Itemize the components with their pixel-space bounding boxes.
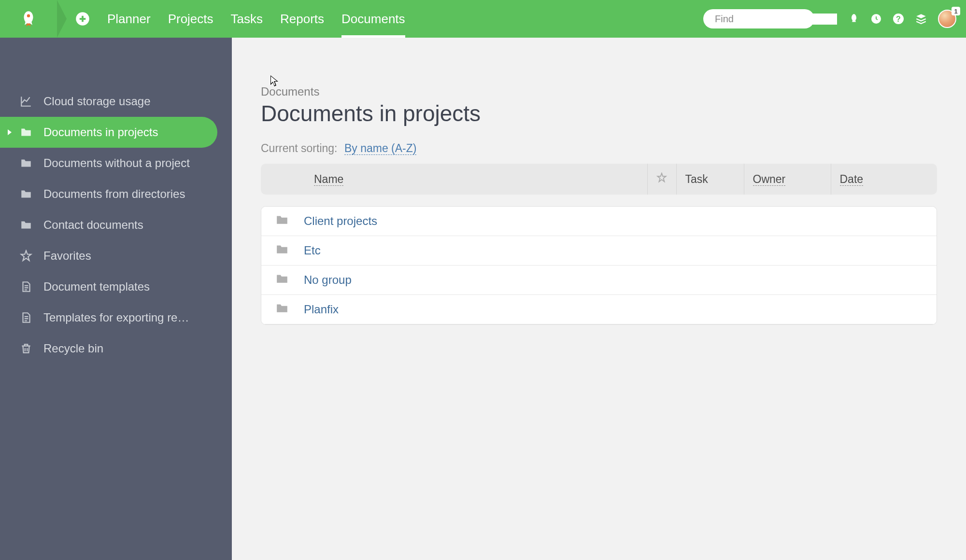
search-box[interactable] (703, 9, 814, 28)
nav-tab-documents[interactable]: Documents (341, 0, 405, 38)
trash-icon (19, 342, 33, 355)
menu-button[interactable] (825, 13, 838, 25)
folder-icon (276, 303, 288, 313)
add-button[interactable] (75, 12, 90, 26)
clock-button[interactable] (870, 13, 882, 25)
document-icon (19, 280, 33, 294)
sidebar-item-favorites[interactable]: Favorites (0, 240, 232, 271)
main-content: Documents Documents in projects Current … (232, 38, 966, 560)
document-icon (19, 311, 33, 324)
layers-icon (915, 13, 927, 25)
sidebar-item-contact-documents[interactable]: Contact documents (0, 210, 232, 240)
sidebar-label: Document templates (43, 280, 150, 294)
folder-icon (19, 187, 33, 201)
topbar-actions: ? 1 (825, 10, 956, 28)
sort-row: Current sorting: By name (A-Z) (261, 142, 937, 155)
layers-button[interactable] (915, 13, 927, 25)
column-owner[interactable]: Owner (744, 164, 831, 195)
documents-table-body: Client projects Etc No group (261, 207, 937, 324)
column-date[interactable]: Date (831, 164, 937, 195)
star-icon (19, 249, 33, 263)
folder-icon (19, 156, 33, 170)
topbar: Planner Projects Tasks Reports Documents… (0, 0, 966, 38)
sidebar-label: Documents in projects (43, 126, 158, 139)
row-name[interactable]: Client projects (297, 207, 937, 236)
logo[interactable] (0, 0, 57, 38)
column-name[interactable]: Name (261, 164, 647, 195)
documents-table: Name Task Owner Date (261, 164, 937, 195)
folder-icon (19, 218, 33, 232)
nav-tab-reports[interactable]: Reports (280, 0, 324, 38)
sort-value[interactable]: By name (A-Z) (344, 142, 417, 155)
clock-icon (870, 13, 882, 25)
sidebar-item-documents-from-directories[interactable]: Documents from directories (0, 179, 232, 210)
row-name[interactable]: Planfix (297, 295, 937, 324)
help-button[interactable]: ? (893, 13, 904, 25)
avatar[interactable]: 1 (938, 10, 956, 28)
folder-icon (276, 214, 288, 225)
row-name[interactable]: No group (297, 266, 937, 295)
search-input[interactable] (715, 14, 837, 25)
table-row[interactable]: Client projects (261, 207, 937, 236)
folder-icon (19, 126, 33, 139)
sort-label: Current sorting: (261, 142, 338, 154)
row-name[interactable]: Etc (297, 236, 937, 266)
sidebar-label: Contact documents (43, 218, 143, 232)
svg-text:?: ? (896, 15, 901, 23)
sidebar-item-documents-in-projects[interactable]: Documents in projects (0, 117, 217, 148)
sidebar-item-document-templates[interactable]: Document templates (0, 271, 232, 302)
nav-tab-planner[interactable]: Planner (107, 0, 151, 38)
sidebar-label: Documents without a project (43, 156, 190, 170)
avatar-badge: 1 (952, 7, 960, 15)
column-task[interactable]: Task (676, 164, 744, 195)
sidebar-item-export-templates[interactable]: Templates for exporting re… (0, 302, 232, 333)
sidebar-label: Cloud storage usage (43, 95, 150, 108)
folder-icon (276, 244, 288, 254)
rocket-icon (19, 10, 38, 28)
nav-tab-projects[interactable]: Projects (168, 0, 213, 38)
table-row[interactable]: Planfix (261, 295, 937, 324)
sidebar-item-recycle-bin[interactable]: Recycle bin (0, 333, 232, 364)
star-icon (656, 172, 667, 183)
column-star[interactable] (647, 164, 676, 195)
nav-tab-tasks[interactable]: Tasks (231, 0, 263, 38)
table-row[interactable]: No group (261, 266, 937, 295)
chart-icon (19, 95, 33, 108)
sidebar-item-cloud-storage[interactable]: Cloud storage usage (0, 86, 232, 117)
help-icon: ? (893, 13, 904, 25)
sidebar-label: Templates for exporting re… (43, 311, 189, 324)
sidebar: Cloud storage usage Documents in project… (0, 38, 232, 560)
table-row[interactable]: Etc (261, 236, 937, 266)
plus-circle-icon (75, 12, 90, 26)
sidebar-label: Documents from directories (43, 187, 185, 201)
rocket-small-icon (848, 13, 860, 25)
nav-tabs: Planner Projects Tasks Reports Documents (107, 0, 405, 38)
rocket-button[interactable] (848, 13, 860, 25)
sidebar-label: Recycle bin (43, 342, 103, 355)
page-title: Documents in projects (261, 100, 937, 126)
breadcrumb[interactable]: Documents (261, 85, 937, 98)
svg-point-0 (27, 14, 30, 17)
sidebar-label: Favorites (43, 249, 91, 263)
menu-icon (825, 13, 838, 25)
folder-icon (276, 273, 288, 284)
sidebar-item-documents-without-project[interactable]: Documents without a project (0, 148, 232, 179)
